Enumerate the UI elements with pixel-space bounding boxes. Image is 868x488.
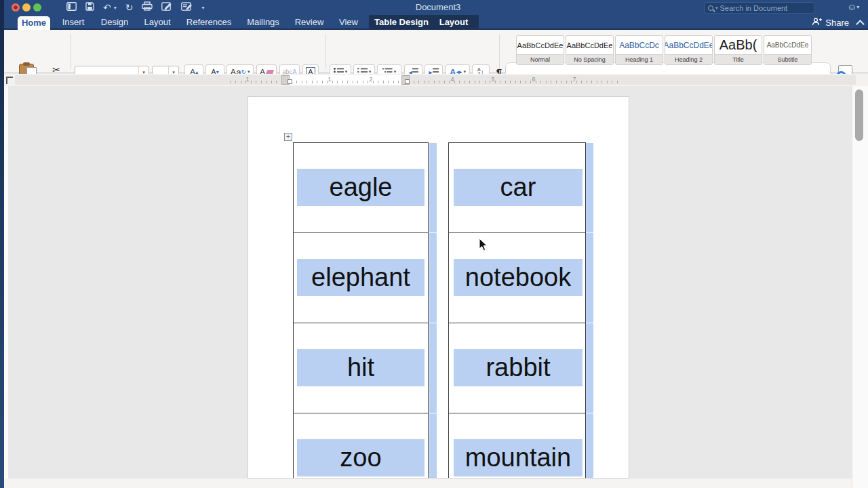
search-placeholder: Search in Document	[720, 4, 788, 12]
tab-table-design[interactable]: Table Design	[374, 15, 429, 30]
tab-insert[interactable]: Insert	[62, 15, 85, 30]
page[interactable]: + eagle car elephant notebook hit rabbit	[248, 96, 629, 479]
group-separator	[499, 34, 500, 69]
tab-mailings[interactable]: Mailings	[247, 15, 279, 30]
save-icon[interactable]	[85, 1, 94, 14]
tab-stop-selector[interactable]	[6, 77, 13, 84]
tab-home[interactable]: Home	[18, 16, 50, 30]
selection-strip	[429, 233, 437, 323]
close-button[interactable]	[12, 3, 20, 12]
selection-strip	[429, 413, 437, 479]
highlighted-word[interactable]: mountain	[454, 439, 583, 476]
tab-review[interactable]: Review	[295, 15, 324, 30]
highlighted-word[interactable]: car	[454, 169, 583, 206]
right-indent-marker[interactable]	[405, 79, 410, 84]
window-edge	[4, 86, 8, 488]
highlighted-word[interactable]: notebook	[454, 259, 583, 296]
redo-icon[interactable]: ↻	[125, 0, 134, 15]
sidebar-document-icon[interactable]	[66, 1, 77, 14]
style-title[interactable]: AaBb( Title	[714, 35, 762, 65]
document-canvas[interactable]: + eagle car elephant notebook hit rabbit	[4, 86, 868, 488]
toolbar-more-icon[interactable]: ▾	[201, 5, 204, 11]
mouse-cursor	[479, 238, 488, 254]
group-separator	[71, 34, 71, 69]
table-move-handle[interactable]: +	[284, 133, 292, 141]
feedback-smiley-icon[interactable]: ☺▾	[847, 1, 859, 12]
collapse-ribbon-icon[interactable]	[857, 20, 863, 25]
selection-strip	[586, 413, 593, 479]
selection-strip	[429, 323, 437, 413]
style-subtitle[interactable]: AaBbCcDdEe Subtitle	[764, 35, 812, 65]
vertical-scrollbar[interactable]	[852, 86, 868, 488]
selection-strip	[586, 143, 593, 232]
titlebar: ↶ ▾ ↻ ▾ Document3 ▾ Search in Document ☺…	[4, 0, 868, 15]
left-indent-marker[interactable]	[288, 79, 292, 84]
tab-view[interactable]: View	[339, 15, 358, 30]
style-heading-1[interactable]: AaBbCcDc Heading 1	[615, 35, 663, 65]
scrollbar-thumb[interactable]	[855, 89, 863, 141]
selection-strip	[586, 233, 593, 323]
selection-strip	[586, 323, 593, 413]
style-no-spacing[interactable]: AaBbCcDdEe No Spacing	[566, 35, 614, 65]
highlighted-word[interactable]: rabbit	[454, 349, 583, 386]
highlighted-word[interactable]: zoo	[297, 439, 425, 476]
undo-icon[interactable]: ↶	[103, 0, 111, 15]
horizontal-ruler[interactable]: 1 1 2 4 5 6 7	[15, 75, 856, 85]
share-person-icon	[812, 18, 822, 28]
ribbon-tab-bar: Home Insert Design Layout References Mai…	[4, 15, 868, 30]
quick-access-toolbar: ↶ ▾ ↻ ▾	[66, 0, 205, 15]
undo-dropdown-icon[interactable]: ▾	[114, 5, 117, 11]
ribbon-home: Paste ▾ ✂ ▾ ▾ A▴ A▾ Aa↻▾ A abcA A	[4, 30, 868, 73]
print-icon[interactable]	[142, 1, 153, 14]
minimize-button[interactable]	[22, 3, 31, 12]
window-title: Document3	[370, 0, 506, 15]
tab-design[interactable]: Design	[101, 15, 128, 30]
style-normal[interactable]: AaBbCcDdEe Normal	[516, 35, 564, 65]
screen: ↶ ▾ ↻ ▾ Document3 ▾ Search in Document ☺…	[0, 0, 868, 488]
tab-references[interactable]: References	[186, 15, 231, 30]
zoom-button[interactable]	[33, 3, 41, 12]
share-button[interactable]: Share	[812, 15, 849, 30]
highlighted-word[interactable]: eagle	[297, 169, 425, 206]
group-separator	[326, 34, 326, 69]
tab-layout[interactable]: Layout	[144, 15, 170, 30]
selection-strip	[429, 143, 437, 232]
search-scope-icon[interactable]: ▾	[715, 5, 718, 11]
page-gap	[4, 479, 868, 488]
draw-pen-icon[interactable]	[161, 1, 172, 14]
edit-pen-icon[interactable]	[181, 1, 193, 14]
search-icon	[708, 5, 713, 11]
tab-table-layout[interactable]: Layout	[439, 15, 469, 30]
highlighted-word[interactable]: elephant	[297, 259, 425, 296]
style-heading-2[interactable]: AaBbCcDdEe Heading 2	[665, 35, 713, 65]
ruler-row: 1 1 2 4 5 6 7	[4, 74, 868, 86]
highlighted-word[interactable]: hit	[297, 349, 425, 386]
search-input[interactable]: ▾ Search in Document	[704, 2, 815, 14]
